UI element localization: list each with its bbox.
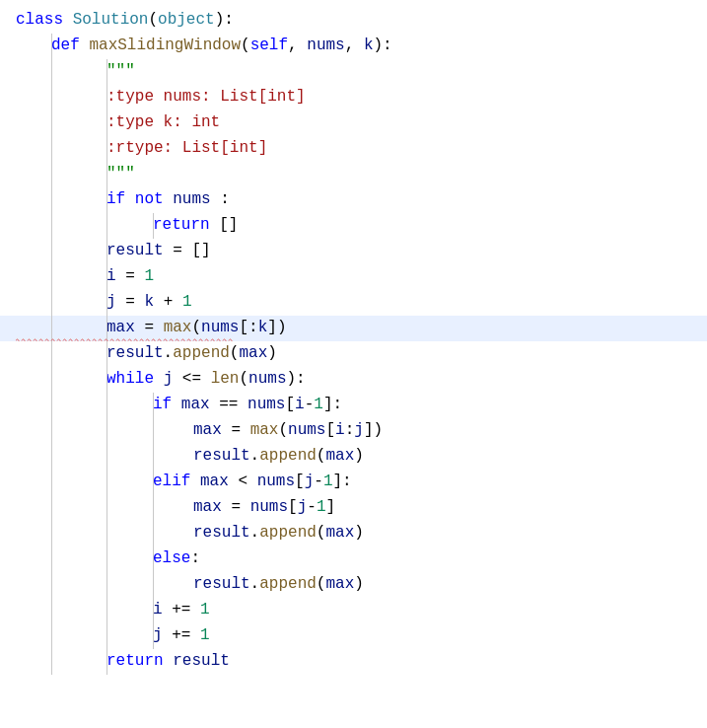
- code-line-15: while j <= len(nums):: [0, 367, 707, 393]
- code-line-21: result.append(max): [0, 521, 707, 546]
- code-line-18: result.append(max): [0, 444, 707, 470]
- code-line-26: return result: [0, 649, 707, 675]
- code-line-3: """: [0, 59, 707, 85]
- code-line-9: return []: [0, 213, 707, 239]
- code-line-16: if max == nums[i-1]:: [0, 393, 707, 418]
- code-line-8: if not nums :: [0, 187, 707, 213]
- code-line-22: else:: [0, 546, 707, 572]
- code-block: class Solution(object): def maxSlidingWi…: [0, 0, 707, 683]
- code-line-6: :rtype: List[int]: [0, 136, 707, 162]
- code-line-24: i += 1: [0, 598, 707, 623]
- code-line-4: :type nums: List[int]: [0, 85, 707, 110]
- code-line-13: max = max(nums[:k]): [0, 316, 707, 341]
- code-line-11: i = 1: [0, 264, 707, 290]
- code-line-5: :type k: int: [0, 110, 707, 136]
- code-line-19: elif max < nums[j-1]:: [0, 470, 707, 495]
- code-line-12: j = k + 1: [0, 290, 707, 316]
- code-container: class Solution(object): def maxSlidingWi…: [0, 0, 707, 728]
- code-line-1: class Solution(object):: [0, 8, 707, 34]
- code-line-23: result.append(max): [0, 572, 707, 598]
- code-line-25: j += 1: [0, 623, 707, 649]
- code-line-20: max = nums[j-1]: [0, 495, 707, 521]
- code-line-7: """: [0, 162, 707, 187]
- code-line-10: result = []: [0, 239, 707, 264]
- code-line-14: result.append(max): [0, 341, 707, 367]
- code-line-2: def maxSlidingWindow(self, nums, k):: [0, 34, 707, 59]
- code-line-17: max = max(nums[i:j]): [0, 418, 707, 444]
